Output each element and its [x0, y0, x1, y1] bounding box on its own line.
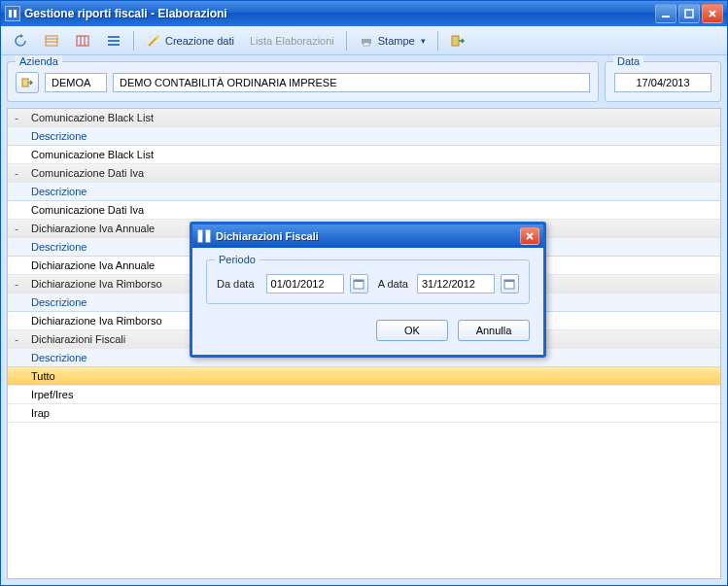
toolbar-grid2-button[interactable] [69, 30, 96, 52]
annulla-button[interactable]: Annulla [458, 320, 530, 341]
svg-rect-16 [364, 43, 369, 46]
minimize-button[interactable] [655, 4, 676, 23]
chevron-down-icon: ▾ [421, 36, 426, 46]
svg-point-13 [156, 35, 159, 39]
printer-icon [359, 33, 374, 49]
grid-data-row[interactable]: Irap [8, 404, 720, 423]
grid-group-row[interactable]: -Comunicazione Black List [8, 109, 720, 127]
grid-data-row[interactable]: Tutto [8, 367, 720, 386]
svg-rect-24 [504, 280, 514, 282]
expand-toggle[interactable]: - [8, 333, 25, 346]
separator [437, 31, 438, 51]
grid-data-row[interactable]: Comunicazione Dati Iva [8, 201, 720, 220]
azienda-label: Azienda [16, 55, 62, 67]
creazione-dati-button[interactable]: Creazione dati [140, 30, 240, 52]
separator [346, 31, 347, 51]
lista-elaborazioni-label: Lista Elaborazioni [250, 35, 334, 47]
toolbar-exit-button[interactable] [444, 30, 471, 52]
lista-elaborazioni-button: Lista Elaborazioni [244, 32, 340, 50]
grid-icon [44, 33, 59, 49]
dichiarazioni-fiscali-dialog: Dichiarazioni Fiscali Periodo Da data A … [190, 222, 546, 358]
data-label: Data [613, 55, 643, 67]
svg-rect-3 [685, 10, 693, 17]
stampe-button[interactable]: Stampe ▾ [353, 30, 432, 52]
dialog-close-button[interactable] [520, 227, 539, 245]
svg-rect-0 [9, 10, 12, 17]
exit-icon [450, 33, 466, 49]
a-data-calendar-button[interactable] [501, 274, 519, 293]
data-value-field: 17/04/2013 [614, 73, 711, 92]
grid-data-row[interactable]: Comunicazione Black List [8, 146, 720, 164]
periodo-fieldset: Periodo Da data A data [206, 259, 530, 304]
expand-toggle[interactable]: - [8, 278, 25, 291]
svg-rect-20 [206, 230, 211, 243]
dialog-titlebar: Dichiarazioni Fiscali [192, 224, 543, 248]
data-panel: Data 17/04/2013 [605, 61, 721, 102]
grid-red-icon [75, 33, 90, 49]
grid-header-row: Descrizione [8, 127, 720, 146]
titlebar: Gestione riporti fiscali - Elaborazioni [1, 1, 727, 26]
periodo-label: Periodo [215, 254, 260, 265]
expand-toggle[interactable]: - [8, 112, 25, 124]
azienda-panel: Azienda DEMOA DEMO CONTABILITÀ ORDINARIA… [7, 61, 599, 102]
svg-rect-19 [198, 230, 203, 243]
svg-rect-2 [662, 16, 670, 17]
separator [133, 31, 134, 51]
grid-header-row: Descrizione [8, 183, 720, 201]
toolbar-refresh-button[interactable] [7, 30, 34, 52]
svg-rect-11 [108, 40, 120, 42]
da-data-label: Da data [217, 278, 260, 290]
refresh-icon [13, 33, 28, 49]
svg-rect-1 [14, 10, 17, 17]
dialog-title: Dichiarazioni Fiscali [216, 230, 520, 242]
azienda-code-field[interactable]: DEMOA [45, 73, 107, 92]
app-icon [196, 228, 212, 244]
svg-rect-7 [77, 36, 88, 46]
wand-icon [146, 33, 161, 49]
svg-rect-18 [22, 79, 28, 86]
da-data-calendar-button[interactable] [350, 274, 368, 293]
da-data-input[interactable] [266, 274, 344, 293]
creazione-dati-label: Creazione dati [165, 35, 234, 47]
toolbar: Creazione dati Lista Elaborazioni Stampe… [1, 26, 727, 55]
ok-button[interactable]: OK [376, 320, 448, 341]
grid-group-row[interactable]: -Comunicazione Dati Iva [8, 164, 720, 183]
grid-data-row[interactable]: Irpef/Ires [8, 386, 720, 404]
svg-rect-12 [108, 44, 120, 46]
stampe-label: Stampe [378, 35, 415, 47]
expand-toggle[interactable]: - [8, 167, 25, 180]
a-data-label: A data [378, 278, 411, 290]
svg-rect-10 [108, 36, 120, 38]
svg-rect-22 [354, 280, 364, 282]
maximize-button[interactable] [678, 4, 700, 23]
app-icon [5, 6, 20, 21]
list-icon [106, 33, 121, 49]
close-button[interactable] [702, 4, 723, 23]
svg-rect-17 [452, 36, 459, 46]
azienda-lookup-button[interactable] [16, 72, 39, 93]
toolbar-list-button[interactable] [100, 30, 127, 52]
svg-rect-4 [46, 36, 57, 46]
expand-toggle[interactable]: - [8, 223, 25, 235]
svg-rect-15 [364, 36, 369, 39]
toolbar-grid1-button[interactable] [38, 30, 65, 52]
a-data-input[interactable] [417, 274, 495, 293]
azienda-desc-field: DEMO CONTABILITÀ ORDINARIA IMPRESE [113, 73, 590, 92]
window-title: Gestione riporti fiscali - Elaborazioni [24, 7, 655, 20]
